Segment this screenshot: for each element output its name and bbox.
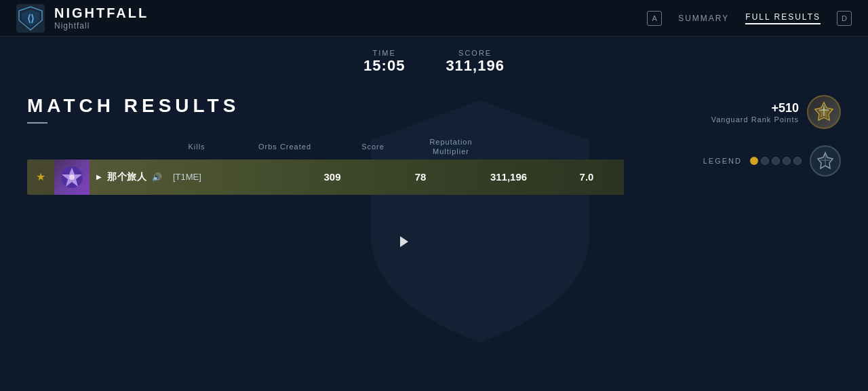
nav-key-d[interactable]: D — [837, 11, 852, 26]
table-row[interactable]: ★ ▶ 那个旅人 🔊 [T1ME] 309 — [27, 160, 624, 195]
player-rep-multiplier: 7.0 — [549, 170, 624, 184]
main-content: MATCH RESULTS Kills Orbs Created Score R… — [0, 81, 868, 195]
svg-point-8 — [69, 174, 75, 180]
nav-summary[interactable]: SUMMARY — [678, 14, 729, 23]
header-subtitle: Nightfall — [54, 21, 149, 31]
svg-text:⟨⟩: ⟨⟩ — [27, 13, 34, 24]
time-value: 15:05 — [363, 57, 405, 75]
legend-label: LEGEND — [703, 157, 742, 165]
header-text: NIGHTFALL Nightfall — [54, 5, 149, 31]
score-label: SCORE — [446, 49, 505, 57]
legend-section: LEGEND — [703, 145, 841, 176]
results-section: MATCH RESULTS Kills Orbs Created Score R… — [27, 95, 637, 195]
player-kills: 309 — [292, 171, 373, 183]
time-label: TIME — [363, 49, 405, 57]
rank-points-section: +510 Vanguard Rank Points — [711, 95, 841, 129]
rank-text: +510 Vanguard Rank Points — [711, 101, 799, 124]
header-nav: A SUMMARY FULL RESULTS D — [647, 11, 852, 26]
header-shield-icon: ⟨⟩ — [16, 4, 45, 33]
score-stat: SCORE 311,196 — [446, 49, 505, 75]
avatar-icon — [60, 165, 84, 189]
nav-key-a[interactable]: A — [647, 11, 662, 26]
header: ⟨⟩ NIGHTFALL Nightfall A SUMMARY FULL RE… — [0, 0, 868, 37]
player-name: 那个旅人 — [107, 171, 146, 183]
stats-bar: TIME 15:05 SCORE 311,196 — [0, 37, 868, 81]
match-results-title: MATCH RESULTS — [27, 95, 637, 117]
star-icon: ★ — [36, 170, 45, 183]
sound-icon: 🔊 — [152, 172, 162, 182]
score-value: 311,196 — [446, 57, 505, 75]
legend-dot-5 — [793, 157, 802, 165]
results-table: Kills Orbs Created Score ReputationMulti… — [27, 137, 624, 195]
legend-dot-4 — [783, 157, 791, 165]
header-title: NIGHTFALL — [54, 5, 149, 21]
col-header-score: Score — [332, 143, 414, 151]
play-icon: ▶ — [96, 173, 102, 181]
table-header: Kills Orbs Created Score ReputationMulti… — [27, 137, 624, 160]
player-score: 311,196 — [468, 171, 549, 183]
col-header-kills: Kills — [156, 143, 237, 151]
vanguard-icon — [813, 101, 835, 123]
legend-icon-circle — [810, 145, 841, 176]
clan-tag: [T1ME] — [173, 172, 201, 182]
player-name-section: ▶ 那个旅人 🔊 [T1ME] — [90, 171, 279, 183]
legend-dots — [750, 157, 802, 165]
time-stat: TIME 15:05 — [363, 49, 405, 75]
nav-full-results[interactable]: FULL RESULTS — [745, 12, 821, 24]
rank-badge — [807, 95, 841, 129]
legend-dot-2 — [761, 157, 769, 165]
legend-dot-1 — [750, 157, 758, 165]
player-orbs: 78 — [373, 171, 468, 183]
legend-dot-3 — [772, 157, 780, 165]
col-header-orbs: Orbs Created — [237, 143, 332, 151]
col-header-rep: ReputationMultiplier — [414, 137, 488, 157]
player-stats: 309 78 311,196 7.0 — [292, 170, 624, 184]
right-section: +510 Vanguard Rank Points LEGEND — [637, 95, 841, 195]
rank-points-label: Vanguard Rank Points — [711, 115, 799, 124]
title-underline — [27, 122, 47, 124]
rank-points-value: +510 — [711, 101, 799, 115]
row-star: ★ — [27, 160, 54, 195]
player-avatar — [54, 160, 90, 195]
legend-vanguard-icon — [816, 151, 835, 170]
